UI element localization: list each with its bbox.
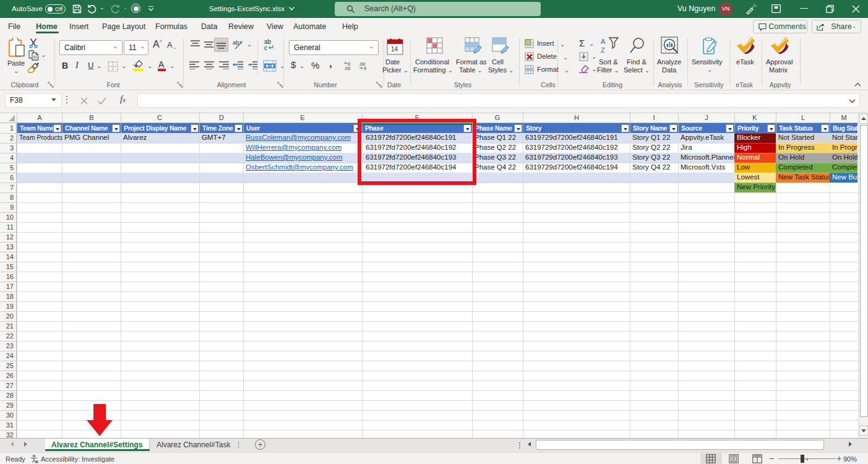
svg-text:c: c [264, 45, 267, 51]
svg-text:0: 0 [364, 66, 366, 71]
svg-text:Z: Z [601, 46, 605, 54]
svg-text:A: A [601, 38, 606, 45]
svg-text:ab: ab [233, 39, 239, 46]
svg-text:.00: .00 [344, 66, 350, 71]
svg-text:14: 14 [391, 46, 398, 53]
